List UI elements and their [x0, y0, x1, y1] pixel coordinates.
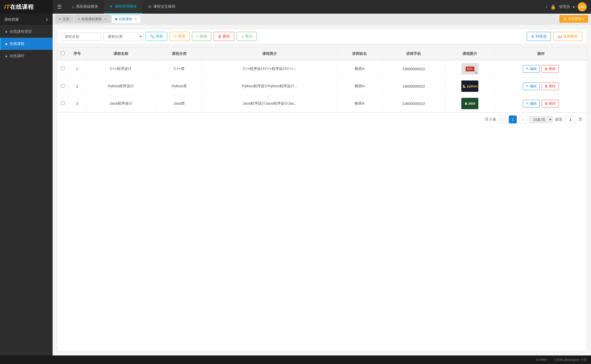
goto-label: 跳至 [555, 117, 563, 122]
sidebar-collapse-icon[interactable]: ∧ [46, 17, 48, 22]
course-name-input[interactable] [61, 32, 101, 41]
nav-tab-course-manage[interactable]: ✦ 课程管理模块 [104, 0, 142, 14]
row-action-cell: ✎ 编辑🗑 删除 [495, 95, 586, 112]
page-tab-course-type[interactable]: 在线课程类型 ✕ [74, 15, 110, 23]
th-teacher-name: 讲师姓名 [337, 48, 382, 60]
lock-icon[interactable]: 🔒 [550, 4, 556, 10]
row-name: Java程序设计 [86, 95, 156, 112]
nav-tabs: ⌂ 系统基础模块 ✦ 课程管理模块 ⊙ 课程交互模块 [66, 0, 541, 14]
edit-button-2[interactable]: ✎ 编辑 [523, 100, 540, 107]
status-text: 15 RIM ~ [536, 358, 549, 361]
row-image-cell: 🖥 JAVA [445, 95, 495, 112]
user-dropdown-icon[interactable]: ▾ [573, 5, 575, 9]
tutorial-button[interactable]: 📖 使用教程 [553, 32, 582, 41]
tab-bar-right: ☰ 关闭菜单 ▾ [559, 15, 588, 23]
content-area: 主页 在线课程类型 ✕ 在线课程 ✕ ☰ 关闭菜单 ▾ [53, 14, 591, 355]
delete-button-1[interactable]: 🗑 删除 [542, 82, 559, 90]
user-name[interactable]: 管理员 [559, 4, 570, 9]
goto-input[interactable] [565, 116, 576, 123]
action-buttons-1: ✎ 编辑🗑 删除 [498, 82, 584, 90]
row-checkbox-cell [57, 78, 69, 95]
prev-page-button[interactable]: ‹ [499, 115, 507, 123]
close-menu-label: 关闭菜单 [568, 16, 581, 21]
tab-dot-home [59, 18, 61, 20]
page-size-select[interactable]: 10条/页 15条/页 20条/页 50条/页 [529, 116, 553, 123]
notify-icon[interactable]: ♪ [545, 4, 547, 9]
nav-tab-course-manage-label: 课程管理模块 [115, 4, 137, 9]
row-checkbox-1[interactable] [61, 84, 65, 88]
table-row: 2Python程序设计Python类Python程序设计Python程序设计..… [57, 78, 586, 95]
row-intro: C++程序设计C++程序设计C++... [202, 60, 337, 78]
reset-btn-label: 重置 [178, 34, 185, 39]
row-teacher-phone: 13600000010 [382, 95, 445, 112]
page-tab-online-course[interactable]: 在线课程 ✕ [111, 15, 141, 23]
th-name: 课程名称 [86, 48, 156, 60]
bullet-icon-online-course: ● [5, 42, 7, 46]
export-icon: ↗ [241, 34, 244, 39]
page-tab-home[interactable]: 主页 [55, 15, 73, 23]
sidebar-item-course-type-label: 在线课程类型 [10, 29, 32, 34]
sidebar-item-course-type[interactable]: ● 在线课程类型 [0, 26, 53, 38]
next-page-button[interactable]: › [519, 115, 527, 123]
row-checkbox-0[interactable] [61, 67, 65, 70]
logo-main: 在线课程 [10, 4, 34, 10]
tab-close-online-course[interactable]: ✕ [135, 17, 137, 21]
row-category: Java类 [156, 95, 202, 112]
row-teacher-name: 教师A [337, 60, 382, 78]
manage-icon: ✦ [109, 4, 113, 9]
sidebar: 课程档案 ∧ ● 在线课程类型 ● 在线课程 ● 在线课时 [0, 14, 53, 355]
tab-dot-course-type [78, 18, 80, 20]
tutorial-btn-label: 使用教程 [563, 34, 578, 39]
course-image-java-label: 🖥 JAVA [464, 102, 475, 105]
nav-tab-course-interact[interactable]: ⊙ 课程交互模块 [142, 0, 181, 14]
search-bar: 课程分类 C++类 Python类 Java类 🔍 搜索 ↺ 重置 + 添加 [57, 29, 587, 44]
batch-delete-button[interactable]: 🗑 删除 [214, 32, 234, 41]
edit-button-0[interactable]: ✎ 编辑 [523, 65, 540, 73]
page-tab-online-course-label: 在线课程 [119, 17, 132, 22]
th-intro: 课程简介 [202, 48, 337, 60]
bullet-icon-online-lesson: ● [5, 54, 7, 58]
page-1-button[interactable]: 1 [509, 115, 517, 123]
add-btn-label: 添加 [200, 34, 207, 39]
reset-button[interactable]: ↺ 重置 [170, 32, 190, 41]
add-button[interactable]: + 添加 [192, 32, 211, 41]
delete-button-2[interactable]: 🗑 删除 [542, 100, 559, 107]
close-menu-button[interactable]: ☰ 关闭菜单 ▾ [559, 15, 588, 23]
row-seq: 3 [69, 95, 86, 112]
row-checkbox-2[interactable] [61, 101, 65, 105]
row-action-cell: ✎ 编辑🗑 删除 [495, 78, 586, 95]
filter-btn-label: 列筛选 [536, 34, 547, 39]
th-checkbox [57, 48, 69, 60]
search-bar-right: ⚙ 列筛选 📖 使用教程 [527, 32, 582, 41]
pagination-total: 共 3 条 [485, 117, 496, 122]
export-button[interactable]: ↗ 导出 [237, 32, 257, 41]
sidebar-item-online-lesson[interactable]: ● 在线课时 [0, 50, 53, 62]
sidebar-title: 课程档案 [4, 17, 19, 22]
nav-tab-system-label: 系统基础模块 [76, 4, 98, 9]
th-action: 操作 [495, 48, 586, 60]
add-icon: + [196, 34, 199, 39]
table-row: 3Java程序设计Java类Java程序设计Java程序设计Jav...教师A1… [57, 95, 586, 112]
filter-button[interactable]: ⚙ 列筛选 [527, 32, 551, 41]
row-image-cell: 🐍 python [445, 78, 495, 95]
search-button[interactable]: 🔍 搜索 [146, 32, 167, 41]
th-teacher-phone: 讲师手机 [382, 48, 445, 60]
delete-button-0[interactable]: 🗑 删除 [542, 65, 559, 73]
sidebar-item-online-course[interactable]: ● 在线课程 [0, 38, 53, 50]
top-nav: IT在线课程 ☰ ⌂ 系统基础模块 ✦ 课程管理模块 ⊙ 课程交互模块 ♪ 🔒 … [0, 0, 591, 14]
row-teacher-phone: 13600000010 [382, 60, 445, 78]
course-category-select[interactable]: 课程分类 C++类 Python类 Java类 [104, 32, 143, 41]
table-header-row: 序号 课程名称 课程分类 课程简介 讲师姓名 讲师手机 课程图片 操作 [57, 48, 586, 60]
filter-icon: ⚙ [531, 34, 534, 39]
row-teacher-name: 教师A [337, 95, 382, 112]
row-checkbox-cell [57, 60, 69, 78]
hamburger-button[interactable]: ☰ [53, 0, 66, 14]
page-unit: 页 [578, 117, 582, 122]
row-seq: 1 [69, 60, 86, 78]
tab-close-course-type[interactable]: ✕ [104, 17, 107, 21]
select-all-checkbox[interactable] [61, 51, 65, 55]
edit-button-1[interactable]: ✎ 编辑 [523, 82, 540, 90]
nav-tab-course-interact-label: 课程交互模块 [153, 4, 175, 9]
delete-btn-label: 删除 [223, 34, 230, 39]
nav-tab-system[interactable]: ⌂ 系统基础模块 [66, 0, 104, 14]
